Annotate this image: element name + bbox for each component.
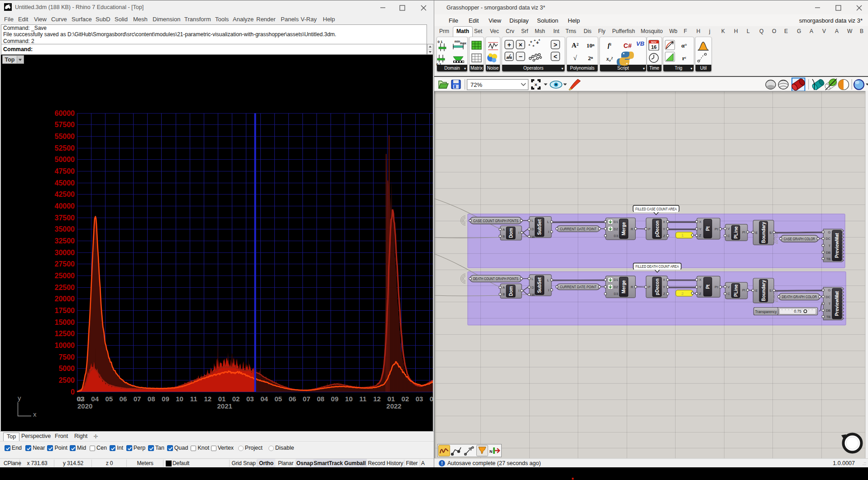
- svg-text:V: V: [728, 227, 730, 231]
- svg-text:10000: 10000: [55, 342, 75, 349]
- svg-text:DC: DC: [825, 237, 830, 241]
- svg-text:30000: 30000: [55, 249, 75, 257]
- svg-text:C: C: [728, 234, 730, 238]
- svg-text:NOV: NOV: [651, 41, 657, 43]
- svg-text:x₀²: x₀²: [606, 56, 613, 62]
- svg-text:W: W: [532, 235, 535, 239]
- svg-text:5000: 5000: [58, 365, 75, 372]
- svg-text:G: G: [828, 288, 830, 292]
- svg-text:pDecon: pDecon: [655, 220, 660, 237]
- svg-text:A²: A²: [571, 42, 579, 49]
- svg-text:10: 10: [345, 395, 353, 403]
- svg-text:α°: α°: [681, 42, 687, 49]
- svg-text:09: 09: [331, 395, 339, 403]
- svg-text:11: 11: [190, 395, 197, 403]
- svg-text:X: X: [663, 278, 665, 282]
- svg-text:rᶜ: rᶜ: [682, 55, 686, 62]
- svg-text:>: >: [553, 41, 557, 48]
- svg-text:pDecon: pDecon: [655, 279, 660, 295]
- svg-text:R: R: [631, 285, 633, 289]
- svg-text:2022: 2022: [386, 402, 401, 410]
- svg-text:PLine: PLine: [734, 284, 739, 297]
- svg-text:C#: C#: [623, 42, 632, 49]
- svg-text:SubSet: SubSet: [537, 219, 542, 235]
- svg-text:CURRENT DATE POINT: CURRENT DATE POINT: [560, 227, 597, 231]
- svg-text:10ⁿ: 10ⁿ: [586, 42, 595, 49]
- svg-text:C: C: [728, 292, 730, 296]
- svg-text:03: 03: [246, 395, 254, 403]
- svg-text:15000: 15000: [55, 318, 75, 326]
- svg-text:7500: 7500: [58, 353, 75, 361]
- svg-text:A/B: A/B: [506, 56, 513, 60]
- svg-text:fᵗ: fᵗ: [608, 42, 612, 49]
- svg-text:I: I: [548, 288, 549, 292]
- svg-text:57500: 57500: [55, 121, 75, 128]
- svg-text:S: S: [769, 289, 772, 293]
- svg-text:Pl: Pl: [742, 288, 745, 292]
- svg-text:DB: DB: [826, 251, 830, 255]
- svg-text:Merge: Merge: [621, 222, 626, 235]
- svg-text:Merge: Merge: [621, 280, 626, 294]
- svg-text:03: 03: [77, 395, 85, 403]
- svg-text:03: 03: [416, 395, 423, 403]
- svg-text:2021: 2021: [217, 402, 232, 410]
- svg-text:Boundary: Boundary: [761, 222, 766, 243]
- svg-text:A: A: [503, 285, 505, 290]
- svg-text:+: +: [534, 39, 536, 42]
- svg-text:12500: 12500: [55, 330, 75, 337]
- svg-text:01: 01: [387, 395, 395, 403]
- svg-text:27500: 27500: [55, 260, 75, 268]
- svg-text:Y: Y: [699, 227, 701, 231]
- svg-text:PreviewMat: PreviewMat: [834, 291, 839, 316]
- svg-text:SubSet: SubSet: [537, 277, 542, 293]
- svg-text:04: 04: [91, 395, 99, 403]
- svg-text:L: L: [547, 278, 549, 282]
- svg-text:Pt: Pt: [715, 285, 718, 289]
- svg-text:CASE GRAPH COLOR: CASE GRAPH COLOR: [784, 237, 815, 241]
- svg-text:22500: 22500: [55, 284, 75, 291]
- svg-text:L: L: [547, 220, 549, 224]
- svg-text:I: I: [518, 231, 519, 235]
- svg-text:Z: Z: [699, 233, 701, 238]
- svg-text:04: 04: [260, 395, 268, 403]
- svg-text:Dom: Dom: [508, 286, 513, 296]
- svg-text:Pt: Pt: [705, 284, 710, 289]
- svg-text:y: y: [18, 394, 21, 402]
- svg-text:0.75: 0.75: [794, 309, 801, 314]
- svg-text:P: P: [648, 285, 651, 289]
- svg-text:50000: 50000: [55, 156, 75, 163]
- svg-text:42500: 42500: [55, 190, 75, 198]
- svg-text:+: +: [532, 44, 535, 48]
- svg-text:2020: 2020: [77, 402, 92, 410]
- svg-text:06: 06: [120, 395, 127, 403]
- svg-text:W: W: [532, 293, 535, 297]
- svg-text:05: 05: [105, 395, 113, 403]
- svg-text:B: B: [503, 234, 505, 238]
- svg-text:A: A: [503, 228, 505, 232]
- svg-text:47500: 47500: [55, 167, 75, 175]
- svg-text:Y: Y: [699, 285, 701, 289]
- svg-text:20000: 20000: [55, 295, 75, 303]
- svg-text:0: 0: [71, 388, 75, 396]
- svg-text:02: 02: [402, 395, 409, 403]
- svg-text:10: 10: [176, 395, 183, 403]
- svg-text:I: I: [518, 289, 519, 293]
- svg-text:35000: 35000: [55, 225, 75, 233]
- svg-text:<: <: [553, 53, 557, 60]
- svg-text:72%: 72%: [470, 81, 482, 88]
- svg-text:DC: DC: [825, 295, 830, 299]
- svg-text:Z: Z: [663, 234, 665, 238]
- svg-text:07: 07: [303, 395, 311, 403]
- svg-text:D1: D1: [614, 220, 619, 224]
- svg-text:V: V: [728, 285, 730, 289]
- svg-text:I: I: [548, 230, 549, 234]
- svg-text:01: 01: [218, 395, 226, 403]
- svg-text:R: R: [631, 227, 633, 231]
- svg-text:09: 09: [162, 395, 169, 403]
- svg-text:B: B: [503, 292, 505, 296]
- svg-text:Z: Z: [699, 292, 701, 296]
- svg-text:08: 08: [148, 395, 155, 403]
- svg-text:FILLED CASE COUNT AREA: FILLED CASE COUNT AREA: [635, 206, 677, 211]
- svg-text:0 1: 0 1: [437, 40, 443, 44]
- svg-text:1: 1: [681, 233, 684, 238]
